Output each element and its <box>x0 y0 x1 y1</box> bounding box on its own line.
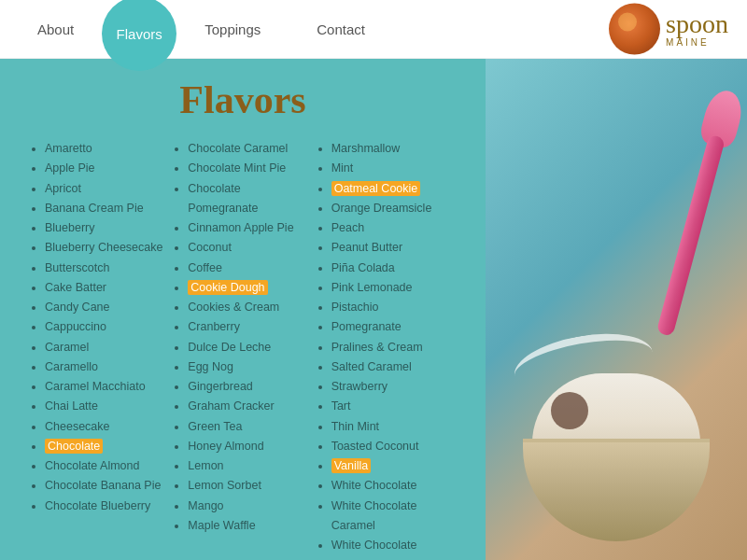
list-item: Gingerbread <box>188 377 309 397</box>
highlighted-flavor: Oatmeal Cookie <box>331 181 421 196</box>
list-item: Oatmeal Cookie <box>331 179 453 199</box>
list-item: Chocolate Mint Pie <box>188 159 309 178</box>
list-item: Pistachio <box>331 298 453 317</box>
list-item: Cranberry <box>188 317 309 337</box>
flavor-col-0: AmarettoApple PieApricotBanana Cream Pie… <box>28 139 171 560</box>
logo-sub: MAINE <box>666 37 728 48</box>
list-item: Chocolate Banana Pie <box>45 476 166 496</box>
list-item: Maple Waffle <box>188 516 309 536</box>
list-item: Cappuccino <box>45 317 166 337</box>
flavor-col-1: Chocolate CaramelChocolate Mint PieChoco… <box>171 139 314 560</box>
navigation: About Flavors Toppings Contact spoon MAI… <box>0 0 747 59</box>
flavors-grid: AmarettoApple PieApricotBanana Cream Pie… <box>28 139 458 560</box>
list-item: Cheesecake <box>45 417 166 437</box>
list-item: Dulce De Leche <box>188 338 309 357</box>
list-item: Toasted Coconut <box>331 437 453 456</box>
list-item: Chocolate Caramel <box>188 139 309 159</box>
list-item: Blueberry Cheesecake <box>45 238 166 258</box>
list-item: Mint <box>331 159 453 178</box>
list-item: Vanilla <box>331 456 453 476</box>
hero-image <box>486 59 747 560</box>
list-item: Banana Cream Pie <box>45 199 166 218</box>
list-item: White Chocolate Mousse <box>331 536 453 560</box>
list-item: White Chocolate Caramel <box>331 497 453 537</box>
list-item: Pomegranate <box>331 317 453 337</box>
list-item: Caramello <box>45 357 166 377</box>
list-item: Orange Dreamsicle <box>331 199 453 218</box>
list-item: Apricot <box>45 179 166 199</box>
nav-about[interactable]: About <box>9 0 102 59</box>
flavors-panel: Flavors AmarettoApple PieApricotBanana C… <box>0 59 486 560</box>
list-item: Tart <box>331 397 453 416</box>
nav-toppings[interactable]: Toppings <box>176 0 289 59</box>
list-item: Cinnamon Apple Pie <box>188 218 309 238</box>
list-item: Lemon Sorbet <box>188 476 309 496</box>
list-item: Peach <box>331 218 453 238</box>
list-item: Chocolate <box>45 437 166 456</box>
list-item: Apple Pie <box>45 159 166 178</box>
highlighted-flavor: Chocolate <box>45 439 103 454</box>
list-item: Chocolate Blueberry <box>45 497 166 516</box>
list-item: Cookie Dough <box>188 278 309 298</box>
list-item: Cake Batter <box>45 278 166 298</box>
list-item: Candy Cane <box>45 298 166 317</box>
list-item: Chocolate Almond <box>45 456 166 476</box>
list-item: Egg Nog <box>188 357 309 377</box>
list-item: Pralines & Cream <box>331 338 453 357</box>
flavor-col-2: MarshmallowMintOatmeal CookieOrange Drea… <box>315 139 458 560</box>
nav-contact[interactable]: Contact <box>289 0 393 59</box>
ice-cream-scene <box>486 59 747 560</box>
logo-name: spoon <box>666 11 728 37</box>
list-item: Chocolate Pomegranate <box>188 179 309 219</box>
list-item: Honey Almond <box>188 437 309 456</box>
list-item: Coconut <box>188 238 309 258</box>
highlighted-flavor: Cookie Dough <box>188 280 267 295</box>
list-item: Chai Latte <box>45 397 166 416</box>
list-item: Green Tea <box>188 417 309 437</box>
logo-icon <box>609 4 660 55</box>
nav-flavors[interactable]: Flavors <box>102 0 176 71</box>
list-item: Salted Caramel <box>331 357 453 377</box>
highlighted-flavor: Vanilla <box>331 458 372 473</box>
page-title: Flavors <box>28 77 458 122</box>
list-item: Cookies & Cream <box>188 298 309 317</box>
list-item: Pink Lemonade <box>331 278 453 298</box>
site-logo: spoon MAINE <box>609 4 728 55</box>
list-item: White Chocolate <box>331 476 453 496</box>
list-item: Strawberry <box>331 377 453 397</box>
list-item: Caramel Macchiato <box>45 377 166 397</box>
list-item: Lemon <box>188 456 309 476</box>
list-item: Amaretto <box>45 139 166 159</box>
list-item: Coffee <box>188 259 309 278</box>
list-item: Marshmallow <box>331 139 453 159</box>
list-item: Graham Cracker <box>188 397 309 416</box>
list-item: Caramel <box>45 338 166 357</box>
list-item: Blueberry <box>45 218 166 238</box>
list-item: Butterscotch <box>45 259 166 278</box>
list-item: Piña Colada <box>331 259 453 278</box>
list-item: Peanut Butter <box>331 238 453 258</box>
main-content: Flavors AmarettoApple PieApricotBanana C… <box>0 59 747 560</box>
list-item: Mango <box>188 497 309 516</box>
list-item: Thin Mint <box>331 417 453 437</box>
